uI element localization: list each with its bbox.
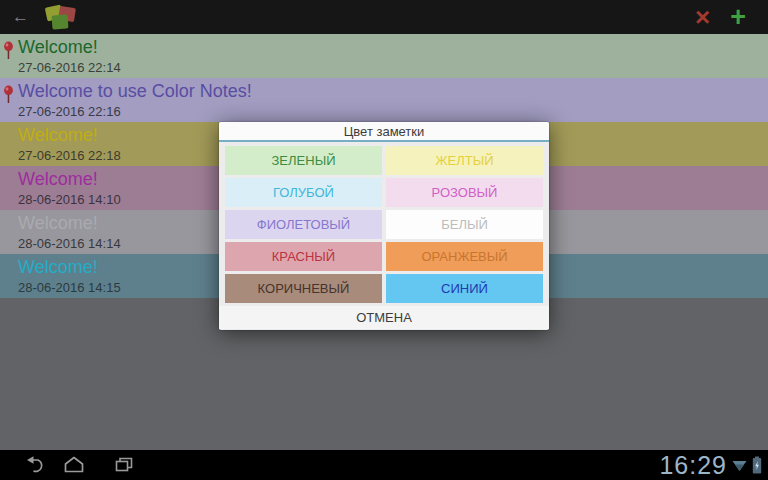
add-note-button[interactable]: + [720, 2, 756, 32]
nav-recents-icon[interactable] [112, 455, 136, 475]
nav-back-icon[interactable] [24, 455, 48, 475]
color-option-button[interactable]: КРАСНЫЙ [225, 242, 382, 271]
color-option-button[interactable]: СИНИЙ [386, 274, 543, 303]
battery-charging-icon [752, 456, 762, 474]
color-option-button[interactable]: ОРАНЖЕВЫЙ [386, 242, 543, 271]
note-date: 27-06-2016 22:14 [18, 59, 762, 76]
note-list-item[interactable]: Welcome to use Color Notes! 27-06-2016 2… [0, 78, 768, 122]
note-title: Welcome to use Color Notes! [18, 81, 762, 102]
cancel-button[interactable]: ОТМЕНА [219, 306, 549, 329]
nav-home-icon[interactable] [62, 455, 86, 475]
note-color-dialog: Цвет заметки ЗЕЛЕНЫЙЖЕЛТЫЙГОЛУБОЙРОЗОВЫЙ… [219, 122, 549, 330]
delete-notes-button[interactable]: × [685, 2, 720, 32]
wifi-icon [732, 459, 747, 472]
back-icon[interactable]: ← [12, 7, 29, 27]
note-list-item[interactable]: Welcome! 27-06-2016 22:14 [0, 34, 768, 78]
clock-label: 16:29 [659, 450, 727, 480]
app-logo-icon [43, 2, 79, 32]
color-options-grid: ЗЕЛЕНЫЙЖЕЛТЫЙГОЛУБОЙРОЗОВЫЙФИОЛЕТОВЫЙБЕЛ… [219, 142, 549, 306]
color-option-button[interactable]: РОЗОВЫЙ [386, 178, 543, 207]
color-option-button[interactable]: КОРИЧНЕВЫЙ [225, 274, 382, 303]
color-notes-app-screen: ← × + Welcome! 27-06-2016 22:14 Welcome … [0, 0, 768, 480]
color-option-button[interactable]: ГОЛУБОЙ [225, 178, 382, 207]
color-option-button[interactable]: ФИОЛЕТОВЫЙ [225, 210, 382, 239]
sticky-note-green-icon [52, 14, 69, 29]
note-date: 27-06-2016 22:16 [18, 103, 762, 120]
system-navbar: 16:29 [0, 450, 768, 480]
dialog-title: Цвет заметки [219, 122, 549, 142]
action-bar: ← × + [0, 0, 768, 34]
pin-icon [2, 41, 15, 60]
note-title: Welcome! [18, 37, 762, 58]
pin-icon [2, 85, 15, 104]
color-option-button[interactable]: БЕЛЫЙ [386, 210, 543, 239]
status-cluster: 16:29 [659, 450, 762, 480]
color-option-button[interactable]: ЖЕЛТЫЙ [386, 146, 543, 175]
color-option-button[interactable]: ЗЕЛЕНЫЙ [225, 146, 382, 175]
